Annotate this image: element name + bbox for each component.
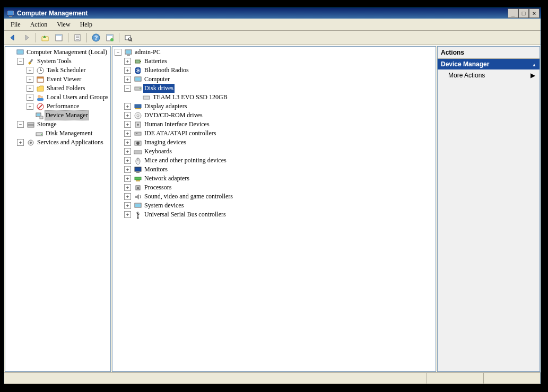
cat-ide[interactable]: +IDE ATA/ATAPI controllers: [124, 129, 434, 138]
event-viewer-icon: [36, 75, 45, 84]
tree-disk-management[interactable]: Disk Management: [27, 129, 109, 138]
computer-icon: [124, 48, 133, 57]
actions-header: Actions: [438, 47, 540, 59]
cat-mice[interactable]: +Mice and other pointing devices: [124, 156, 434, 165]
users-icon: [36, 93, 45, 102]
svg-point-25: [38, 95, 41, 98]
refresh-button[interactable]: [103, 31, 116, 44]
tree-device-manager[interactable]: Device Manager: [27, 111, 109, 120]
cat-processors[interactable]: +Processors: [124, 183, 434, 192]
svg-point-38: [30, 142, 32, 144]
svg-rect-42: [135, 60, 140, 63]
cat-system[interactable]: +System devices: [124, 201, 434, 210]
more-actions[interactable]: More Actions ▶: [438, 69, 540, 81]
menu-view[interactable]: View: [53, 20, 74, 30]
svg-rect-19: [30, 58, 33, 62]
cat-computer[interactable]: +Computer: [124, 75, 434, 84]
battery-icon: [134, 57, 142, 66]
computer-management-window: Computer Management _ □ × File Action Vi…: [4, 7, 541, 384]
properties-button[interactable]: [71, 31, 84, 44]
svg-point-13: [110, 38, 114, 41]
svg-point-48: [140, 88, 141, 89]
menu-help[interactable]: Help: [76, 20, 97, 30]
window-title: Computer Management: [17, 10, 508, 17]
shared-folder-icon: [36, 84, 45, 93]
close-button[interactable]: ×: [529, 8, 540, 18]
tree-system-tools[interactable]: − System Tools: [17, 57, 109, 66]
system-device-icon: [134, 202, 142, 210]
storage-icon: [27, 120, 35, 129]
svg-point-55: [137, 124, 139, 126]
cat-imaging[interactable]: +Imaging devices: [124, 138, 434, 147]
svg-rect-33: [28, 123, 34, 125]
svg-point-53: [137, 115, 139, 117]
svg-rect-46: [135, 77, 141, 81]
cat-usb[interactable]: +Universal Serial Bus controllers: [124, 210, 434, 219]
svg-text:?: ?: [94, 34, 98, 41]
cat-monitors[interactable]: +Monitors: [124, 165, 434, 174]
up-button[interactable]: [39, 31, 51, 44]
maximize-button[interactable]: □: [518, 8, 529, 18]
back-button[interactable]: [6, 31, 19, 44]
tree-shared-folders[interactable]: +Shared Folders: [27, 84, 109, 93]
cat-dvd[interactable]: +DVD/CD-ROM drives: [124, 111, 434, 120]
menu-file[interactable]: File: [6, 20, 25, 30]
ide-icon: [134, 129, 142, 138]
sound-icon: [134, 193, 142, 201]
cat-hid[interactable]: +Human Interface Devices: [124, 120, 434, 129]
cat-bluetooth[interactable]: +Bluetooth Radios: [124, 66, 434, 75]
svg-point-26: [41, 96, 43, 98]
cat-network[interactable]: +Network adapters: [124, 174, 434, 183]
cat-keyboards[interactable]: +Keyboards: [124, 147, 434, 156]
menu-action[interactable]: Action: [26, 20, 52, 30]
svg-rect-40: [126, 50, 131, 54]
cat-display[interactable]: +Display adapters: [124, 102, 434, 111]
tree-task-scheduler[interactable]: +Task Scheduler: [27, 66, 109, 75]
toolbar: ?: [4, 31, 541, 45]
actions-section-header[interactable]: Device Manager: [438, 59, 540, 69]
status-cell-3: [484, 373, 541, 384]
cat-batteries[interactable]: +Batteries: [124, 57, 434, 66]
monitor-icon: [134, 165, 142, 174]
svg-rect-31: [37, 114, 40, 116]
show-hide-console-button[interactable]: [53, 31, 65, 44]
app-icon: [6, 9, 15, 18]
svg-point-57: [136, 133, 137, 134]
hid-icon: [134, 120, 142, 129]
services-icon: [27, 138, 35, 147]
scan-button[interactable]: [122, 31, 135, 44]
svg-rect-66: [136, 172, 140, 173]
forward-button[interactable]: [20, 31, 33, 44]
svg-rect-67: [135, 177, 141, 180]
title-bar[interactable]: Computer Management _ □ ×: [4, 8, 541, 19]
tree-local-users[interactable]: +Local Users and Groups: [27, 93, 109, 102]
svg-rect-32: [40, 116, 43, 119]
imaging-icon: [134, 138, 142, 147]
mouse-icon: [134, 156, 142, 165]
svg-rect-51: [135, 108, 141, 109]
svg-line-16: [131, 40, 132, 41]
status-bar: [4, 372, 541, 384]
svg-point-73: [137, 217, 139, 219]
tree-event-viewer[interactable]: +Event Viewer: [27, 75, 109, 84]
disk-team-ssd[interactable]: TEAM L3 EVO SSD 120GB: [134, 93, 434, 102]
cat-disk-drives[interactable]: − Disk drives: [124, 84, 434, 93]
body-area: Computer Management (Local) − System Too…: [4, 45, 541, 372]
disk-drive-icon: [134, 84, 142, 93]
tree-root-computer-management[interactable]: Computer Management (Local): [7, 48, 109, 57]
navigation-pane[interactable]: Computer Management (Local) − System Too…: [5, 46, 111, 372]
minimize-button[interactable]: _: [508, 8, 518, 18]
computer-cat-icon: [134, 75, 142, 84]
device-root[interactable]: − admin-PC: [115, 48, 434, 57]
svg-rect-56: [135, 132, 141, 135]
svg-rect-68: [136, 180, 140, 181]
svg-point-59: [136, 142, 140, 145]
menu-bar: File Action View Help: [4, 19, 541, 31]
device-tree-pane[interactable]: − admin-PC +Batteries +Bluetooth Radios …: [112, 46, 436, 372]
cat-sound[interactable]: +Sound, video and game controllers: [124, 192, 434, 201]
tree-services-apps[interactable]: +Services and Applications: [17, 138, 109, 147]
tree-performance[interactable]: +Performance: [27, 102, 109, 111]
tree-storage[interactable]: − Storage: [17, 120, 109, 129]
help-button[interactable]: ?: [90, 31, 102, 44]
svg-rect-41: [127, 55, 130, 56]
